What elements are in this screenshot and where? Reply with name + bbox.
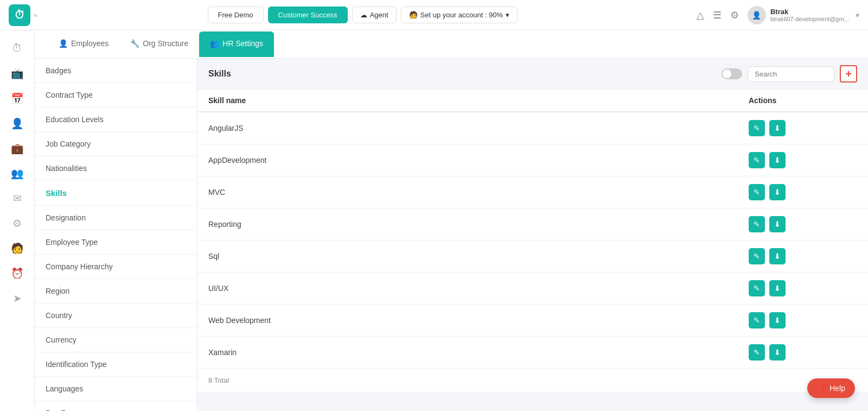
skill-name-mvc: MVC [208,188,749,197]
download-uiux-button[interactable]: ⬇ [769,280,786,296]
download-angularjs-button[interactable]: ⬇ [769,120,786,136]
sidebar-item-badges[interactable]: Badges [35,59,197,83]
left-panel: Badges Contract Type Education Levels Jo… [35,59,197,411]
employees-icon: 👤 [59,39,68,48]
table-row: MVC ✎ ⬇ [197,176,868,208]
user-email: btrak607-development@gm... [770,16,849,22]
username-label: Btrak [770,8,849,16]
total-label: 8 Total [197,369,868,392]
row-actions-sql: ✎ ⬇ [749,248,857,264]
nav-chevron: » [34,11,37,19]
sidebar-item-identification-type[interactable]: Identification Type [35,352,197,377]
send-icon[interactable]: ➤ [6,287,29,309]
agent-button[interactable]: ☁ Agent [352,7,397,23]
sidebar-item-company-hierarchy[interactable]: Company Hierarchy [35,255,197,279]
account-setup-button[interactable]: 🧑 Set up your account : 90% ▾ [401,7,518,23]
table-row: AngularJS ✎ ⬇ [197,112,868,144]
sidebar-item-country[interactable]: Country [35,303,197,328]
mail-icon[interactable]: ✉ [6,187,29,210]
calendar-icon[interactable]: 📅 [6,87,29,110]
settings-icon[interactable]: ⚙ [6,212,29,235]
user-info: Btrak btrak607-development@gm... [770,8,849,22]
skill-name-appdevelopment: AppDevelopment [208,156,749,165]
tv-icon[interactable]: 📺 [6,62,29,85]
edit-uiux-button[interactable]: ✎ [749,280,765,296]
download-sql-button[interactable]: ⬇ [769,248,786,264]
sidebar-item-skills[interactable]: Skills [35,181,197,206]
edit-reporting-button[interactable]: ✎ [749,216,765,232]
timer-icon[interactable]: ⏰ [6,262,29,284]
tab-hr-settings[interactable]: 👥 HR Settings [199,31,274,57]
row-actions-appdevelopment: ✎ ⬇ [749,152,857,168]
customer-success-button[interactable]: Customer Success [268,7,348,23]
sidebar-item-pay-frequency[interactable]: Pay Frequency [35,401,197,411]
search-input[interactable] [748,66,834,82]
app-logo[interactable]: ⏱ [9,4,30,26]
account-person-icon: 🧑 [409,11,418,19]
topnav-icon-group: △ ☰ ⚙ [697,9,739,21]
sidebar: ⏱📺📅👤💼👥✉⚙🧑⏰➤ [0,30,35,411]
table-row: Sql ✎ ⬇ [197,241,868,273]
help-button[interactable]: ❓ Help [807,378,855,398]
download-reporting-button[interactable]: ⬇ [769,216,786,232]
toggle-knob [723,69,731,78]
user-profile[interactable]: 👤 Btrak btrak607-development@gm... ▾ [748,6,859,24]
alert-icon[interactable]: △ [697,9,704,21]
table-header: Skill name Actions [197,90,868,112]
sidebar-item-job-category[interactable]: Job Category [35,132,197,156]
sidebar-item-education-levels[interactable]: Education Levels [35,108,197,132]
table-row: Web Development ✎ ⬇ [197,305,868,337]
sidebar-item-employee-type[interactable]: Employee Type [35,230,197,255]
person-icon[interactable]: 👤 [6,112,29,135]
edit-webdev-button[interactable]: ✎ [749,312,765,328]
main-content: 👤 Employees 🔧 Org Structure 👥 HR Setting… [35,30,868,411]
tab-org-structure[interactable]: 🔧 Org Structure [119,31,199,57]
user2-icon[interactable]: 🧑 [6,237,29,260]
top-navigation: ⏱ » Free Demo Customer Success ☁ Agent 🧑… [0,0,868,30]
add-skill-button[interactable]: + [840,65,857,83]
edit-angularjs-button[interactable]: ✎ [749,120,765,136]
edit-mvc-button[interactable]: ✎ [749,184,765,200]
skill-name-xamarin: Xamarin [208,348,749,357]
settings-gear-icon[interactable]: ⚙ [730,9,739,21]
free-demo-button[interactable]: Free Demo [208,7,264,23]
account-caret-icon: ▾ [506,11,509,19]
avatar: 👤 [748,6,766,24]
sidebar-item-nationalities[interactable]: Nationalities [35,156,197,181]
toggle-switch[interactable] [722,68,742,79]
table-row: AppDevelopment ✎ ⬇ [197,144,868,176]
help-circle-icon: ❓ [817,384,826,393]
row-actions-angularjs: ✎ ⬇ [749,120,857,136]
table-row: UI/UX ✎ ⬇ [197,273,868,305]
skills-header-actions: + [722,65,857,83]
subtabs: 👤 Employees 🔧 Org Structure 👥 HR Setting… [35,30,868,59]
download-webdev-button[interactable]: ⬇ [769,312,786,328]
table-row: Xamarin ✎ ⬇ [197,337,868,369]
sidebar-item-region[interactable]: Region [35,279,197,303]
sidebar-item-designation[interactable]: Designation [35,206,197,230]
group-icon[interactable]: 👥 [6,162,29,185]
edit-sql-button[interactable]: ✎ [749,248,765,264]
sidebar-item-languages[interactable]: Languages [35,377,197,401]
skill-name-angularjs: AngularJS [208,124,749,132]
sidebar-item-currency[interactable]: Currency [35,328,197,352]
row-actions-mvc: ✎ ⬇ [749,184,857,200]
clock-icon[interactable]: ⏱ [6,37,29,60]
right-panel: Skills + Skill name Actions AngularJS [197,59,868,411]
download-appdevelopment-button[interactable]: ⬇ [769,152,786,168]
download-mvc-button[interactable]: ⬇ [769,184,786,200]
skill-name-webdev: Web Development [208,316,749,325]
sidebar-item-contract-type[interactable]: Contract Type [35,83,197,108]
col-actions: Actions [749,96,857,105]
tab-employees[interactable]: 👤 Employees [48,31,119,57]
edit-appdevelopment-button[interactable]: ✎ [749,152,765,168]
download-xamarin-button[interactable]: ⬇ [769,344,786,361]
row-actions-xamarin: ✎ ⬇ [749,344,857,361]
hr-settings-icon: 👥 [210,39,219,48]
skill-name-uiux: UI/UX [208,284,749,293]
edit-xamarin-button[interactable]: ✎ [749,344,765,361]
document-icon[interactable]: ☰ [713,9,722,21]
skills-header: Skills + [197,59,868,90]
row-actions-reporting: ✎ ⬇ [749,216,857,232]
briefcase-icon[interactable]: 💼 [6,137,29,160]
